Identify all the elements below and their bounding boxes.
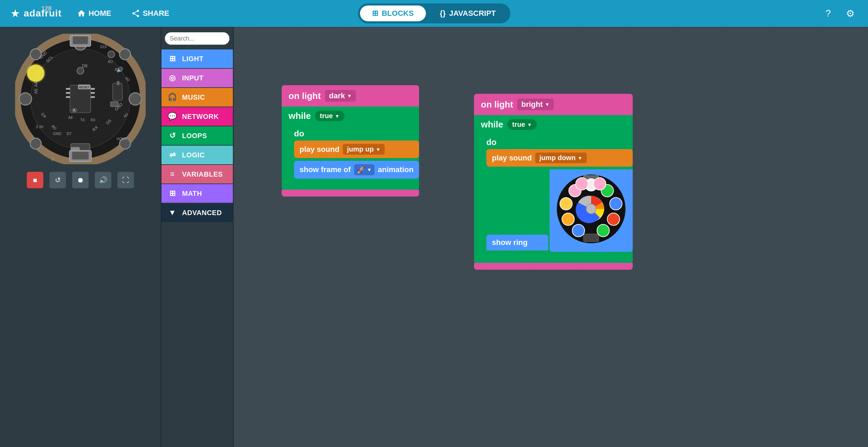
svg-text:VOUT: VOUT — [116, 137, 127, 141]
logic-category-button[interactable]: ⇌ LOGIC — [161, 146, 233, 164]
true-dropdown-bright[interactable]: true ▼ — [507, 119, 537, 130]
math-category-button[interactable]: ⊞ MATH — [161, 184, 233, 203]
light-category-button[interactable]: ⊞ LIGHT — [161, 49, 233, 68]
bright-dropdown-arrow-icon: ▼ — [545, 102, 550, 107]
on-light-bright-label: on light — [481, 99, 513, 110]
blocks-tab[interactable]: ⊞ BLOCKS — [360, 5, 426, 21]
show-ring-block: show ring — [486, 235, 548, 250]
sound-button[interactable]: 🔊 — [95, 172, 111, 188]
svg-rect-52 — [72, 152, 89, 159]
svg-rect-55 — [111, 102, 118, 107]
event-bottom-dark — [282, 190, 419, 197]
dark-dropdown[interactable]: dark ▼ — [325, 90, 356, 102]
network-category-button[interactable]: 💬 NETWORK — [161, 107, 233, 126]
anim-arrow-icon: ▼ — [367, 167, 372, 172]
stop-button[interactable]: ■ — [27, 172, 43, 188]
toolbox-panel: 🔍 ⊞ LIGHT ◎ INPUT 🎧 MUSIC 💬 NETWORK ↺ LO… — [161, 27, 234, 447]
logo-area: ★ adafruit — [10, 7, 62, 20]
record-button[interactable]: ⏺ — [72, 172, 89, 188]
simulator-panel: 128 — [0, 27, 161, 447]
svg-point-8 — [120, 49, 131, 60]
restart-button[interactable]: ↺ — [49, 172, 66, 188]
true-dark-value: true — [320, 112, 333, 120]
while-bright-label: while — [481, 119, 503, 130]
sound-icon: 🔊 — [99, 176, 108, 184]
svg-rect-12 — [73, 36, 88, 44]
math-label: MATH — [182, 190, 202, 198]
play-sound-dark-label: play sound — [300, 145, 339, 154]
show-frame-label: show frame of — [300, 165, 351, 174]
logo-star-icon: ★ — [10, 7, 20, 20]
svg-text:D7: D7 — [67, 132, 71, 136]
music-category-button[interactable]: 🎧 MUSIC — [161, 88, 233, 107]
svg-text:GND: GND — [53, 132, 61, 136]
play-sound-bright: play sound jump down ▼ — [486, 149, 633, 167]
fullscreen-button[interactable]: ⛶ — [117, 172, 134, 188]
svg-text:👁: 👁 — [71, 107, 78, 114]
loops-category-button[interactable]: ↺ LOOPS — [161, 126, 233, 145]
gear-icon: ⚙ — [846, 8, 855, 19]
network-icon: 💬 — [168, 112, 177, 121]
jump-down-value: jump down — [539, 154, 576, 162]
variables-category-button[interactable]: ≡ VARIABLES — [161, 165, 233, 183]
on-light-bright-event: on light bright ▼ — [474, 94, 633, 115]
true-bright-arrow-icon: ▼ — [527, 122, 532, 127]
svg-text:A4: A4 — [34, 82, 38, 87]
svg-point-72 — [562, 213, 574, 225]
svg-text:AO: AO — [108, 60, 113, 64]
search-input[interactable] — [170, 35, 234, 42]
while-bottom-bright — [474, 257, 633, 263]
loops-label: LOOPS — [182, 132, 207, 140]
share-button[interactable]: SHARE — [126, 6, 174, 21]
blocks-icon: ⊞ — [372, 9, 378, 18]
svg-point-71 — [572, 224, 585, 237]
svg-text:A8: A8 — [68, 116, 73, 120]
input-category-button[interactable]: ◎ INPUT — [161, 69, 233, 87]
true-dropdown-dark[interactable]: true ▼ — [315, 111, 345, 121]
svg-point-69 — [597, 224, 609, 237]
record-icon: ⏺ — [77, 176, 84, 184]
dark-value: dark — [329, 91, 345, 100]
header: ★ adafruit HOME SHARE ⊞ BLOCKS {} JAVASC… — [0, 0, 868, 27]
svg-point-22 — [27, 65, 44, 82]
block-group-bright: on light bright ▼ while true ▼ do play — [474, 94, 633, 270]
svg-text:D8: D8 — [82, 64, 88, 68]
svg-text:RESET: RESET — [79, 86, 90, 89]
loops-icon: ↺ — [168, 131, 177, 140]
svg-point-78 — [586, 204, 596, 214]
dark-dropdown-arrow-icon: ▼ — [347, 93, 352, 99]
svg-rect-48 — [117, 81, 120, 85]
fullscreen-icon: ⛶ — [122, 176, 129, 184]
svg-rect-18 — [91, 92, 95, 94]
svg-text:D13: D13 — [100, 45, 107, 49]
home-button[interactable]: HOME — [72, 6, 116, 21]
bright-dropdown[interactable]: bright ▼ — [517, 99, 554, 110]
js-icon: {} — [440, 9, 446, 18]
do-container-bright: do play sound jump down ▼ show ring — [474, 134, 633, 257]
advanced-chevron-icon: ▼ — [168, 208, 177, 217]
block-group-dark: on light dark ▼ while true ▼ do play s — [282, 85, 419, 197]
jump-down-dropdown[interactable]: jump down ▼ — [535, 153, 586, 163]
music-label: MUSIC — [182, 93, 205, 101]
jump-up-dropdown[interactable]: jump up ▼ — [343, 144, 385, 155]
jump-up-value: jump up — [347, 145, 374, 153]
svg-point-5 — [19, 93, 32, 105]
blocks-canvas[interactable]: on light dark ▼ while true ▼ do play s — [234, 27, 868, 447]
show-frame-dark: show frame of 🚀 ▼ animation — [294, 161, 419, 179]
do-label-bright: do — [486, 135, 633, 149]
main-layout: 128 — [0, 27, 868, 447]
javascript-tab[interactable]: {} JAVASCRIPT — [427, 5, 508, 21]
svg-text:TX: TX — [80, 118, 85, 122]
svg-point-75 — [594, 178, 606, 190]
while-block-dark: while true ▼ — [282, 107, 419, 125]
play-sound-bright-label: play sound — [492, 154, 532, 163]
svg-rect-14 — [66, 88, 70, 90]
bright-value: bright — [521, 100, 543, 109]
light-label: LIGHT — [182, 55, 204, 63]
animation-dropdown[interactable]: 🚀 ▼ — [354, 164, 374, 175]
help-button[interactable]: ? — [821, 6, 836, 21]
advanced-category-button[interactable]: ▼ ADVANCED — [161, 203, 233, 222]
variables-label: VARIABLES — [182, 170, 223, 178]
svg-point-59 — [108, 51, 115, 58]
settings-button[interactable]: ⚙ — [843, 6, 858, 21]
